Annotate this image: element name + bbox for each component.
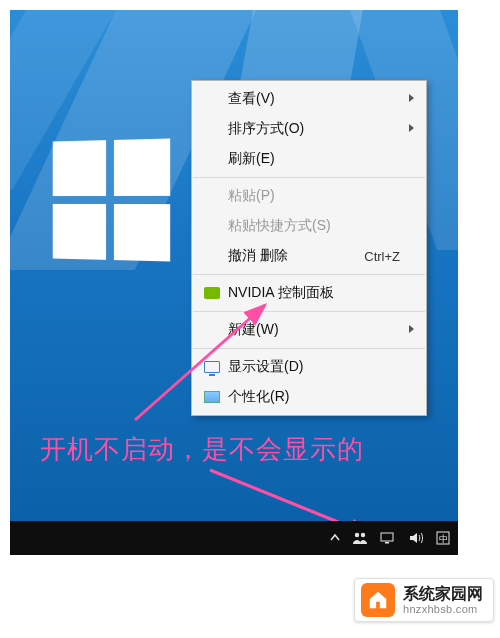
badge-house-icon — [361, 583, 395, 617]
desktop-context-menu: 查看(V)排序方式(O)刷新(E)粘贴(P)粘贴快捷方式(S)撤消 删除Ctrl… — [191, 80, 427, 416]
badge-url: hnzxhbsb.com — [403, 603, 483, 616]
menu-separator — [193, 311, 425, 312]
menu-item: 粘贴(P) — [192, 181, 426, 211]
blank-icon — [200, 89, 224, 109]
menu-item-accelerator: Ctrl+Z — [364, 249, 404, 264]
tray-network-icon[interactable] — [380, 532, 396, 544]
menu-item-label: 显示设置(D) — [224, 358, 404, 376]
menu-item-label: 个性化(R) — [224, 388, 404, 406]
menu-separator — [193, 348, 425, 349]
menu-item[interactable]: 查看(V) — [192, 84, 426, 114]
menu-item-label: 粘贴快捷方式(S) — [224, 217, 404, 235]
menu-item[interactable]: NVIDIA 控制面板 — [192, 278, 426, 308]
tray-chevron-icon[interactable] — [330, 533, 340, 543]
svg-rect-5 — [385, 542, 389, 544]
annotation-text: 开机不启动，是不会显示的 — [40, 432, 364, 467]
menu-item[interactable]: 刷新(E) — [192, 144, 426, 174]
menu-item[interactable]: 排序方式(O) — [192, 114, 426, 144]
svg-rect-4 — [381, 533, 393, 541]
menu-item[interactable]: 个性化(R) — [192, 382, 426, 412]
tray-volume-icon[interactable] — [408, 531, 424, 545]
monitor-icon — [200, 357, 224, 377]
blank-icon — [200, 246, 224, 266]
submenu-arrow-icon — [404, 123, 416, 135]
tray-people-icon[interactable] — [352, 531, 368, 545]
blank-icon — [200, 119, 224, 139]
menu-item[interactable]: 显示设置(D) — [192, 352, 426, 382]
submenu-arrow-icon — [404, 93, 416, 105]
svg-point-3 — [361, 533, 365, 537]
blank-icon — [200, 149, 224, 169]
svg-point-2 — [355, 533, 359, 537]
menu-separator — [193, 177, 425, 178]
menu-item: 粘贴快捷方式(S) — [192, 211, 426, 241]
personalize-icon — [200, 387, 224, 407]
menu-item-label: 撤消 删除 — [224, 247, 364, 265]
taskbar: 中 — [10, 521, 458, 555]
menu-item-label: 新建(W) — [224, 321, 404, 339]
blank-icon — [200, 216, 224, 236]
menu-item-label: 排序方式(O) — [224, 120, 404, 138]
menu-separator — [193, 274, 425, 275]
tray-ime-icon[interactable]: 中 — [436, 531, 450, 545]
windows-logo — [53, 138, 170, 261]
blank-icon — [200, 186, 224, 206]
badge-title: 系统家园网 — [403, 584, 483, 603]
menu-item-label: 刷新(E) — [224, 150, 404, 168]
nvidia-icon — [200, 283, 224, 303]
menu-item-label: NVIDIA 控制面板 — [224, 284, 404, 302]
desktop-wallpaper: 查看(V)排序方式(O)刷新(E)粘贴(P)粘贴快捷方式(S)撤消 删除Ctrl… — [10, 10, 458, 555]
svg-text:中: 中 — [439, 534, 448, 544]
menu-item-label: 粘贴(P) — [224, 187, 404, 205]
menu-item[interactable]: 撤消 删除Ctrl+Z — [192, 241, 426, 271]
menu-item-label: 查看(V) — [224, 90, 404, 108]
watermark-badge: 系统家园网 hnzxhbsb.com — [354, 578, 494, 622]
menu-item[interactable]: 新建(W) — [192, 315, 426, 345]
submenu-arrow-icon — [404, 324, 416, 336]
blank-icon — [200, 320, 224, 340]
